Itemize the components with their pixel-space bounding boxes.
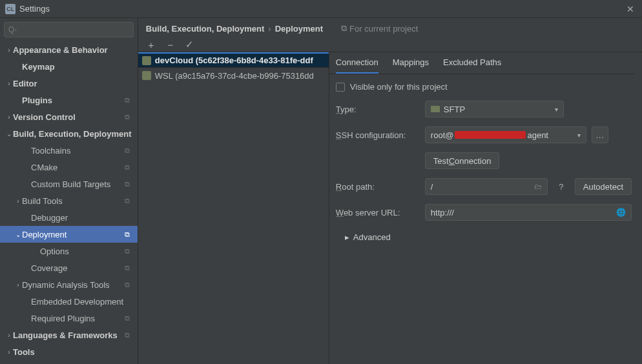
copy-icon: ⧉ xyxy=(125,264,134,272)
sidebar-item-label: Editor xyxy=(13,79,138,88)
arrow-icon: › xyxy=(5,349,13,356)
advanced-toggle[interactable]: ▸ Advanced xyxy=(336,230,632,242)
sidebar-item[interactable]: Required Plugins⧉ xyxy=(0,310,138,327)
chevron-right-icon: › xyxy=(268,24,271,34)
globe-icon[interactable]: 🌐 xyxy=(616,208,626,217)
copy-icon: ⧉ xyxy=(125,197,134,205)
redacted-host xyxy=(455,131,526,139)
copy-icon: ⧉ xyxy=(125,147,134,155)
copy-icon: ⧉ xyxy=(125,113,134,121)
web-url-label: Web server URL: xyxy=(336,208,420,217)
server-icon xyxy=(142,56,151,65)
close-icon[interactable]: ✕ xyxy=(624,4,637,14)
arrow-icon: ⌄ xyxy=(14,231,22,238)
remove-icon[interactable]: − xyxy=(165,39,176,50)
sidebar-item[interactable]: CMake⧉ xyxy=(0,159,138,176)
copy-icon: ⧉ xyxy=(125,247,134,256)
sidebar-item-label: CMake xyxy=(31,163,125,172)
copy-icon: ⧉ xyxy=(125,180,134,188)
sidebar-item-label: Custom Build Targets xyxy=(31,179,125,189)
deployment-server-list: devCloud (5c62f38e-6b8d-4e33-81fe-ddfWSL… xyxy=(138,52,329,364)
sidebar-item[interactable]: ›Version Control⧉ xyxy=(0,108,138,125)
test-connection-button[interactable]: Test Connection xyxy=(425,152,500,169)
server-label: devCloud (5c62f38e-6b8d-4e33-81fe-ddf xyxy=(155,56,313,65)
sidebar-item[interactable]: Custom Build Targets⧉ xyxy=(0,176,138,192)
sidebar-item[interactable]: Coverage⧉ xyxy=(0,259,138,276)
arrow-icon: › xyxy=(5,114,13,121)
sidebar-item-label: Plugins xyxy=(22,96,125,105)
sidebar-item-label: Toolchains xyxy=(31,146,125,156)
sidebar-item[interactable]: ›Dynamic Analysis Tools⧉ xyxy=(0,276,138,293)
settings-tree: ›Appearance & BehaviorKeymap›EditorPlugi… xyxy=(0,41,138,364)
arrow-icon: › xyxy=(14,281,22,288)
sftp-icon xyxy=(431,106,440,112)
chevron-down-icon: ▾ xyxy=(555,106,558,113)
sidebar-item-label: Deployment xyxy=(22,230,125,239)
sidebar-item[interactable]: ›Appearance & Behavior xyxy=(0,41,138,58)
arrow-icon: › xyxy=(5,46,13,54)
sidebar-item[interactable]: ›Tools xyxy=(0,343,138,360)
type-label: Type: xyxy=(336,105,420,114)
folder-icon[interactable]: 🗁 xyxy=(534,182,542,191)
sidebar-item[interactable]: ›Build Tools⧉ xyxy=(0,192,138,209)
sidebar-item-label: Coverage xyxy=(31,263,125,273)
sidebar-item[interactable]: Toolchains⧉ xyxy=(0,142,138,159)
sidebar-item[interactable]: Debugger xyxy=(0,209,138,226)
web-url-input[interactable]: http:/// 🌐 xyxy=(425,204,632,221)
visible-only-checkbox[interactable] xyxy=(336,83,345,92)
sidebar-item-label: Appearance & Behavior xyxy=(13,45,138,55)
sidebar-item[interactable]: Embedded Development xyxy=(0,293,138,310)
copy-icon: ⧉ xyxy=(125,331,134,339)
tab-excluded-paths[interactable]: Excluded Paths xyxy=(443,57,501,74)
chevron-down-icon: ▾ xyxy=(577,132,581,139)
chevron-right-icon: ▸ xyxy=(345,232,349,242)
sidebar-item-label: Build, Execution, Deployment xyxy=(13,129,138,139)
copy-icon: ⧉ xyxy=(125,96,134,105)
root-path-label: Root path: xyxy=(336,182,420,192)
tab-connection[interactable]: Connection xyxy=(336,57,378,74)
add-icon[interactable]: + xyxy=(146,39,156,50)
ssh-config-select[interactable]: root@agent ▾ xyxy=(425,126,586,143)
sidebar-item-label: Keymap xyxy=(22,62,138,72)
copy-icon: ⧉ xyxy=(125,314,134,323)
sidebar-item[interactable]: Options⧉ xyxy=(0,243,138,259)
server-icon xyxy=(142,71,151,80)
server-toolbar: + − ✓ xyxy=(138,36,642,52)
server-label: WSL (a9c15a76-37cd-4cbe-b996-75316dd xyxy=(155,71,314,81)
arrow-icon: › xyxy=(14,197,22,205)
sidebar-item[interactable]: Plugins⧉ xyxy=(0,92,138,108)
copy-icon: ⧉ xyxy=(125,230,134,239)
ssh-config-browse-button[interactable]: … xyxy=(592,126,608,143)
search-input[interactable] xyxy=(4,22,134,37)
root-path-input[interactable]: / 🗁 xyxy=(425,178,548,195)
sidebar-item[interactable]: ⌄Deployment⧉ xyxy=(0,226,138,243)
sidebar-item-label: Debugger xyxy=(31,213,138,223)
sidebar-item-label: Required Plugins xyxy=(31,314,125,323)
breadcrumb: Build, Execution, Deployment xyxy=(146,24,264,34)
help-icon[interactable]: ? xyxy=(553,178,570,195)
sidebar-item-label: Build Tools xyxy=(22,196,125,206)
sidebar-item[interactable]: ›Languages & Frameworks⧉ xyxy=(0,327,138,343)
sidebar-item[interactable]: ⌄Build, Execution, Deployment xyxy=(0,125,138,142)
autodetect-button[interactable]: Autodetect xyxy=(575,178,632,195)
breadcrumb: Deployment xyxy=(275,24,323,34)
ssh-config-label: SSH configuration: xyxy=(336,130,420,140)
server-item[interactable]: devCloud (5c62f38e-6b8d-4e33-81fe-ddf xyxy=(138,52,329,68)
sidebar-item-label: Tools xyxy=(13,347,138,357)
app-icon: CL xyxy=(5,4,16,14)
type-select[interactable]: SFTP ▾ xyxy=(425,101,564,117)
arrow-icon: › xyxy=(5,332,13,339)
copy-icon: ⧉ xyxy=(125,281,134,289)
arrow-icon: ⌄ xyxy=(5,130,13,137)
sidebar-item-label: Languages & Frameworks xyxy=(13,330,125,340)
project-scope-hint: ⧉ For current project xyxy=(341,23,418,34)
sidebar-item[interactable]: ›Editor xyxy=(0,75,138,92)
check-icon[interactable]: ✓ xyxy=(185,39,195,50)
window-title: Settings xyxy=(19,4,50,14)
server-item[interactable]: WSL (a9c15a76-37cd-4cbe-b996-75316dd xyxy=(138,68,329,83)
sidebar: ›Appearance & BehaviorKeymap›EditorPlugi… xyxy=(0,18,138,364)
visible-only-label: Visible only for this project xyxy=(350,82,448,92)
tab-mappings[interactable]: Mappings xyxy=(393,57,429,74)
copy-icon: ⧉ xyxy=(341,23,347,34)
sidebar-item[interactable]: Keymap xyxy=(0,58,138,75)
